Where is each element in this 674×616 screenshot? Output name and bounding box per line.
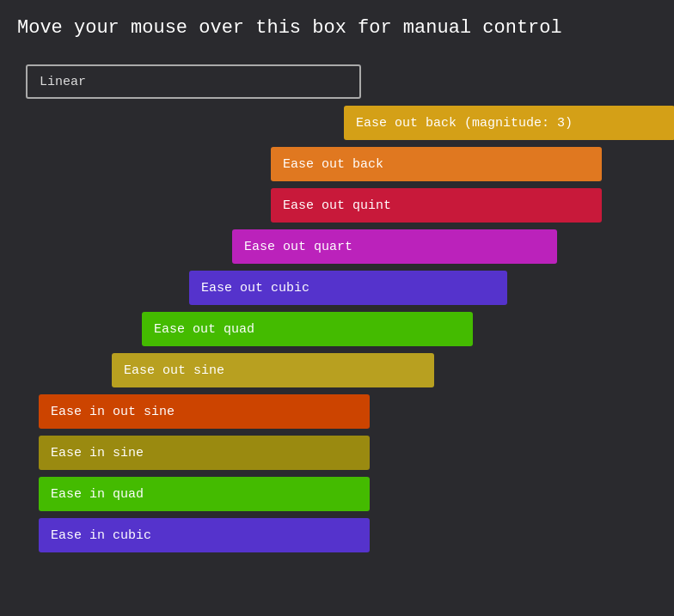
bar-ease-out-quad[interactable]: Ease out quad [142, 312, 473, 346]
bar-ease-out-sine[interactable]: Ease out sine [112, 353, 434, 387]
bar-ease-in-out-sine[interactable]: Ease in out sine [39, 394, 370, 429]
bar-ease-in-cubic[interactable]: Ease in cubic [39, 518, 370, 552]
bar-ease-in-sine[interactable]: Ease in sine [39, 436, 370, 470]
bar-linear[interactable]: Linear [26, 64, 361, 99]
easing-container: Linear Ease out back (magnitude: 3) Ease… [17, 64, 657, 552]
bar-ease-out-back-magnitude[interactable]: Ease out back (magnitude: 3) [344, 106, 674, 140]
bar-ease-out-quart[interactable]: Ease out quart [232, 229, 557, 264]
page-title: Move your mouse over this box for manual… [17, 17, 657, 39]
bar-ease-in-quad[interactable]: Ease in quad [39, 477, 370, 511]
bar-ease-out-quint[interactable]: Ease out quint [271, 188, 602, 223]
bar-ease-out-cubic[interactable]: Ease out cubic [189, 271, 507, 305]
bar-ease-out-back[interactable]: Ease out back [271, 147, 602, 181]
